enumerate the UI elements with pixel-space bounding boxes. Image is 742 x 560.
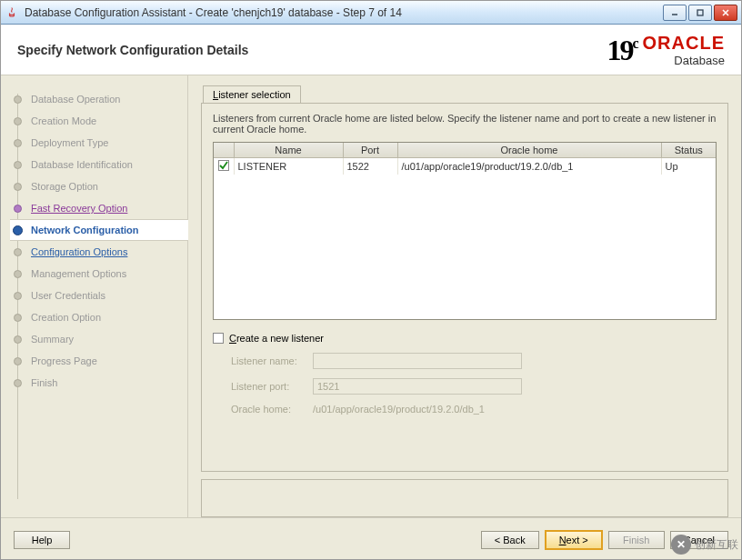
create-listener-checkbox[interactable]	[213, 333, 224, 344]
col-check	[214, 143, 234, 158]
window-title: Database Configuration Assistant - Creat…	[25, 6, 663, 19]
svg-rect-1	[697, 10, 703, 15]
minimize-button[interactable]	[663, 5, 687, 21]
cell-status: Up	[661, 158, 716, 175]
close-button[interactable]	[714, 5, 737, 21]
step-network-configuration: Network Configuration	[10, 219, 188, 241]
help-button[interactable]: Help	[14, 531, 70, 549]
step-progress-page: Progress Page	[14, 350, 187, 372]
step-finish: Finish	[14, 372, 187, 394]
step-management-options: Management Options	[14, 263, 187, 285]
step-creation-mode: Creation Mode	[14, 110, 187, 132]
cell-name: LISTENER	[234, 158, 343, 175]
footer: Help < Back Next > Finish Cancel	[1, 517, 741, 560]
titlebar: Database Configuration Assistant - Creat…	[1, 1, 741, 25]
step-database-identification: Database Identification	[14, 154, 187, 175]
step-configuration-options[interactable]: Configuration Options	[14, 241, 187, 263]
instruction-text: Listeners from current Oracle home are l…	[202, 104, 727, 142]
listener-name-label: Listener name:	[213, 355, 313, 366]
col-port: Port	[343, 143, 397, 158]
brand-logo: 19c ORACLE Database	[607, 33, 725, 67]
oracle-home-label: Oracle home:	[213, 404, 313, 415]
row-checkbox[interactable]	[218, 160, 229, 171]
oracle-home-value: /u01/app/oracle19/product/19.2.0/db_1	[313, 404, 485, 415]
step-summary: Summary	[14, 328, 187, 350]
listener-port-label: Listener port:	[213, 381, 313, 392]
table-row[interactable]: LISTENER 1522 /u01/app/oracle19/product/…	[214, 158, 716, 175]
page-title: Specify Network Configuration Details	[17, 43, 607, 57]
progress-area	[201, 479, 728, 517]
finish-button: Finish	[608, 531, 665, 549]
cell-home: /u01/app/oracle19/product/19.2.0/db_1	[397, 158, 661, 175]
sidebar: Database Operation Creation Mode Deploym…	[1, 75, 187, 517]
back-button[interactable]: < Back	[481, 531, 539, 549]
cell-port: 1522	[343, 158, 397, 175]
step-fast-recovery[interactable]: Fast Recovery Option	[14, 197, 187, 219]
java-icon	[5, 5, 19, 20]
cancel-button[interactable]: Cancel	[670, 531, 728, 549]
next-button[interactable]: Next >	[545, 530, 603, 550]
step-user-credentials: User Credentials	[14, 285, 187, 306]
header: Specify Network Configuration Details 19…	[1, 25, 741, 75]
step-creation-option: Creation Option	[14, 306, 187, 328]
listener-name-input	[313, 353, 522, 369]
step-database-operation: Database Operation	[14, 88, 187, 110]
maximize-button[interactable]	[688, 5, 712, 21]
col-oracle-home: Oracle home	[397, 143, 661, 158]
step-storage-option: Storage Option	[14, 175, 187, 197]
listener-port-input	[313, 378, 522, 395]
col-status: Status	[661, 143, 716, 158]
steps-list: Database Operation Creation Mode Deploym…	[14, 88, 187, 394]
tab-listener-selection[interactable]: Listener selection	[203, 85, 301, 104]
listener-table: Name Port Oracle home Status LISTENER 15…	[213, 142, 717, 320]
col-name: Name	[234, 143, 343, 158]
create-listener-label: Create a new listener	[229, 333, 324, 344]
main-panel: Listener selection Listeners from curren…	[187, 75, 741, 517]
step-deployment-type: Deployment Type	[14, 132, 187, 154]
